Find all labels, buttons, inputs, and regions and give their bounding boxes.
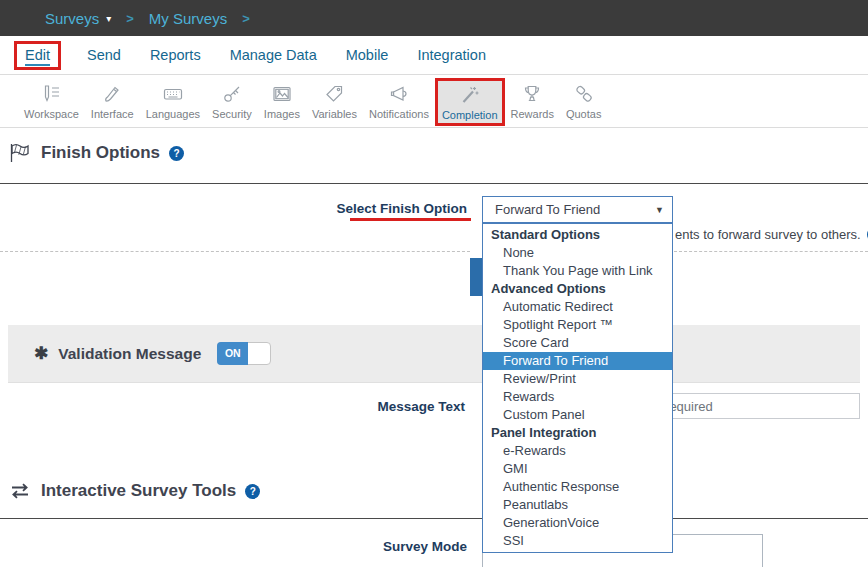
dropdown-option-custom-panel[interactable]: Custom Panel — [483, 406, 672, 424]
dropdown-option-review-print[interactable]: Review/Print — [483, 370, 672, 388]
interactive-tools-heading: Interactive Survey Tools ? — [8, 479, 260, 503]
toggle-on-label: ON — [217, 342, 248, 365]
finish-options-title: Finish Options — [41, 143, 160, 163]
surveys-menu[interactable]: Surveys ▾ — [45, 10, 111, 27]
dropdown-option-thank-you-page[interactable]: Thank You Page with Link — [483, 262, 672, 280]
tool-label: Notifications — [369, 108, 429, 120]
validation-panel-header: ✱ Validation Message ON — [8, 325, 860, 383]
rewards-icon — [521, 83, 543, 105]
section-divider — [0, 183, 868, 184]
top-navbar: Surveys ▾ > My Surveys > — [0, 0, 868, 36]
menu-item-edit[interactable]: Edit — [14, 41, 61, 70]
select-finish-option-label: Select Finish Option — [281, 201, 467, 216]
menu-item-manage-data[interactable]: Manage Data — [230, 47, 317, 63]
edit-toolbar: Workspace Interface Languages — [0, 75, 868, 128]
dropdown-option-e-rewards[interactable]: e-Rewards — [483, 442, 672, 460]
notifications-icon — [388, 83, 410, 105]
tool-label: Rewards — [511, 108, 554, 120]
dashed-divider — [674, 251, 868, 252]
asterisk-icon: ✱ — [34, 343, 48, 364]
completion-icon — [459, 84, 481, 106]
menu-item-mobile[interactable]: Mobile — [346, 47, 389, 63]
tool-label: Workspace — [24, 108, 79, 120]
tool-label: Quotas — [566, 108, 601, 120]
main-menu-bar: Edit Send Reports Manage Data Mobile Int… — [0, 36, 868, 75]
dropdown-group-standard: Standard Options — [483, 226, 672, 244]
red-annotation-underline — [350, 218, 471, 221]
interactive-tools-title: Interactive Survey Tools — [41, 481, 236, 501]
validation-toggle[interactable]: ON — [217, 342, 271, 365]
tool-security[interactable]: Security — [206, 81, 258, 122]
forward-hint-text: ents to forward survey to others. ? — [675, 227, 868, 242]
breadcrumb-my-surveys[interactable]: My Surveys — [149, 10, 227, 27]
validation-panel-body: Message Text Required — [8, 383, 860, 446]
chevron-down-icon: ▾ — [106, 13, 111, 24]
dropdown-option-peanutlabs[interactable]: Peanutlabs — [483, 496, 672, 514]
tool-notifications[interactable]: Notifications — [363, 81, 435, 122]
languages-icon — [162, 83, 184, 105]
help-icon[interactable]: ? — [169, 146, 184, 161]
tool-label: Completion — [442, 109, 498, 121]
tool-images[interactable]: Images — [258, 81, 306, 122]
dropdown-option-generationvoice[interactable]: GenerationVoice — [483, 514, 672, 532]
dropdown-group-advanced: Advanced Options — [483, 280, 672, 298]
dropdown-option-ssi[interactable]: SSI — [483, 532, 672, 550]
tool-label: Interface — [91, 108, 134, 120]
tool-label: Images — [264, 108, 300, 120]
menu-item-integration[interactable]: Integration — [417, 47, 486, 63]
menu-item-reports[interactable]: Reports — [150, 47, 201, 63]
flag-icon — [8, 141, 32, 165]
tool-interface[interactable]: Interface — [85, 81, 140, 122]
dashed-divider — [0, 251, 470, 252]
breadcrumb-chevron-icon: > — [126, 11, 134, 26]
security-icon — [221, 83, 243, 105]
help-icon[interactable]: ? — [245, 484, 260, 499]
breadcrumb-chevron-icon: > — [242, 11, 250, 26]
dropdown-option-gmi[interactable]: GMI — [483, 460, 672, 478]
variables-icon — [323, 83, 345, 105]
dropdown-option-none[interactable]: None — [483, 244, 672, 262]
menu-item-edit-label: Edit — [25, 47, 50, 66]
tool-label: Security — [212, 108, 252, 120]
quotas-icon — [573, 83, 595, 105]
dropdown-option-rewards[interactable]: Rewards — [483, 388, 672, 406]
tool-workspace[interactable]: Workspace — [18, 81, 85, 122]
dropdown-option-spotlight-report[interactable]: Spotlight Report ™ — [483, 316, 672, 334]
dropdown-group-panel-integration: Panel Integration — [483, 424, 672, 442]
surveys-menu-label: Surveys — [45, 10, 99, 27]
finish-option-select[interactable]: Forward To Friend ▼ — [482, 196, 673, 223]
interface-icon — [101, 83, 123, 105]
validation-message-title: Validation Message — [58, 345, 201, 363]
message-text-label: Message Text — [300, 399, 465, 414]
finish-option-dropdown-list: Standard Options None Thank You Page wit… — [482, 223, 673, 553]
dropdown-option-authentic-response[interactable]: Authentic Response — [483, 478, 672, 496]
tool-languages[interactable]: Languages — [140, 81, 206, 122]
tool-label: Languages — [146, 108, 200, 120]
finish-options-heading: Finish Options ? — [8, 141, 184, 165]
workspace-icon — [40, 83, 62, 105]
select-caret-icon: ▼ — [655, 197, 664, 223]
tool-variables[interactable]: Variables — [306, 81, 363, 122]
tool-completion[interactable]: Completion — [435, 78, 505, 126]
swap-arrows-icon — [8, 479, 32, 503]
dropdown-option-score-card[interactable]: Score Card — [483, 334, 672, 352]
validation-message-panel: ✱ Validation Message ON Message Text Req… — [8, 325, 860, 447]
app-window: Surveys ▾ > My Surveys > Edit Send Repor… — [0, 0, 868, 567]
dropdown-option-forward-to-friend[interactable]: Forward To Friend — [483, 352, 672, 370]
tool-rewards[interactable]: Rewards — [505, 81, 560, 122]
tool-label: Variables — [312, 108, 357, 120]
dropdown-option-automatic-redirect[interactable]: Automatic Redirect — [483, 298, 672, 316]
section-divider — [0, 518, 868, 519]
forward-hint-label: ents to forward survey to others. — [675, 227, 861, 242]
survey-mode-label: Survey Mode — [281, 539, 467, 554]
tool-quotas[interactable]: Quotas — [560, 81, 607, 122]
menu-item-send[interactable]: Send — [87, 47, 121, 63]
images-icon — [271, 83, 293, 105]
finish-option-selected-value: Forward To Friend — [495, 202, 600, 217]
